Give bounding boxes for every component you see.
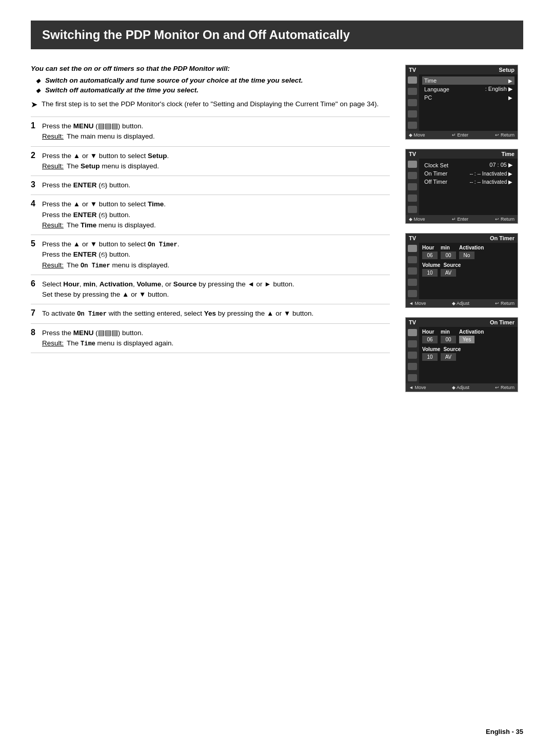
step-content: Press the ▲ or ▼ button to select On Tim… [42, 235, 390, 275]
sidebar-icon-4 [408, 363, 417, 370]
screen-ontimer-no: TV On Timer Hour min [405, 233, 518, 308]
footer-return: ↩ Return [495, 132, 515, 138]
activation-val-yes: Yes [459, 336, 474, 343]
note-text: The first step is to set the PDP Monitor… [42, 100, 379, 108]
step-content: To activate On Timer with the setting en… [42, 304, 390, 323]
timer-header-row-3: Hour min Activation [422, 329, 515, 335]
screen-header-4: TV On Timer [406, 318, 518, 327]
sidebar-icon-5 [408, 290, 417, 297]
timer-header-row-1: Hour min Activation [422, 245, 515, 250]
sidebar-icon-1 [408, 76, 417, 84]
col-activation-label: Activation [459, 245, 484, 250]
table-row: 7 To activate On Timer with the setting … [31, 304, 390, 323]
hour-val: 06 [422, 251, 438, 259]
footer-enter: ↵ Enter [452, 217, 468, 222]
bullet-item-2: Switch off automatically at the time you… [36, 86, 390, 94]
step-number: 5 [31, 235, 42, 275]
step-content: Press the MENU (▤▤▤) button. Result:The … [42, 323, 390, 353]
page-footer: English - 35 [486, 728, 523, 735]
menu-label: On Timer [424, 170, 447, 177]
timer-val-row-1: 06 00 No [422, 251, 515, 259]
tv-label: TV [409, 235, 416, 241]
col-hour-label: Hour [422, 329, 438, 335]
screen-header-3: TV On Timer [406, 234, 518, 243]
screen-main-1: Time ▶ Language : English ▶ PC ▶ [419, 74, 518, 131]
step-content: Press the ▲ or ▼ button to select Setup.… [42, 146, 390, 176]
screen-main-3: Hour min Activation 06 00 No Volume Sour… [419, 243, 518, 299]
col-source-label: Source [443, 346, 461, 352]
source-val: AV [441, 353, 456, 361]
screen-footer-1: ◆ Move ↵ Enter ↩ Return [406, 131, 518, 139]
screen-sidebar-3 [406, 243, 419, 299]
footer-return: ↩ Return [495, 301, 515, 306]
screen-header-1: TV Setup [406, 65, 518, 74]
col-volume-label: Volume [422, 262, 440, 268]
sidebar-icon-3 [408, 183, 417, 190]
screen-body-1: Time ▶ Language : English ▶ PC ▶ [406, 74, 518, 131]
screen-footer-3: ◄ Move ◆ Adjust ↩ Return [406, 299, 518, 307]
col-volume-label: Volume [422, 346, 440, 352]
page-title: Switching the PDP Monitor On and Off Aut… [31, 21, 523, 49]
sidebar-icon-4 [408, 195, 417, 202]
step-number: 8 [31, 323, 42, 353]
arrow-right-icon: ▶ [508, 95, 512, 101]
menu-value: 07 : 05 ▶ [489, 162, 512, 168]
step-number: 6 [31, 275, 42, 304]
screen-body-4: Hour min Activation 06 00 Yes Volume Sou… [406, 327, 518, 383]
sidebar-icon-2 [408, 340, 417, 347]
sidebar-icon-5 [408, 374, 417, 381]
panel-title-time: Time [502, 151, 515, 157]
col-min-label: min [441, 245, 456, 250]
col-source-label: Source [443, 262, 461, 268]
step-number: 3 [31, 176, 42, 195]
screen-body-3: Hour min Activation 06 00 No Volume Sour… [406, 243, 518, 299]
step-content: Select Hour, min, Activation, Volume, or… [42, 275, 390, 304]
col-hour-label: Hour [422, 245, 438, 250]
screen-footer-4: ◄ Move ◆ Adjust ↩ Return [406, 383, 518, 392]
min-val: 00 [441, 251, 456, 259]
menu-value: : English ▶ [485, 86, 512, 92]
sidebar-icon-2 [408, 172, 417, 179]
arrow-note: ➤ The first step is to set the PDP Monit… [31, 100, 390, 109]
col-min-label: min [441, 329, 456, 335]
screen-main-2: Clock Set 07 : 05 ▶ On Timer -- : -- Ina… [419, 159, 518, 215]
table-row: 4 Press the ▲ or ▼ button to select Time… [31, 195, 390, 235]
menu-value: -- : -- Inactivated ▶ [469, 179, 512, 185]
menu-value: -- : -- Inactivated ▶ [469, 171, 512, 177]
sidebar-icon-3 [408, 352, 417, 359]
footer-move: ◆ Move [409, 132, 425, 138]
footer-adjust: ◆ Adjust [452, 301, 469, 306]
step-content: Press the ▲ or ▼ button to select Time. … [42, 195, 390, 235]
footer-adjust: ◆ Adjust [452, 385, 469, 390]
screen-ontimer-yes: TV On Timer Hour min [405, 317, 518, 392]
timer-val-row-4: 10 AV [422, 353, 515, 361]
sidebar-icon-1 [408, 329, 417, 336]
step-number: 4 [31, 195, 42, 235]
arrow-icon: ➤ [31, 100, 37, 109]
volume-val: 10 [422, 269, 438, 277]
menu-label: PC [424, 94, 432, 101]
screen-time: TV Time Clock Set 07 : 05 ▶ [405, 149, 518, 224]
tv-label: TV [409, 67, 416, 73]
footer-return: ↩ Return [495, 217, 515, 222]
sidebar-icon-2 [408, 88, 417, 95]
activation-val: No [459, 251, 474, 259]
intro-bold: You can set the on or off timers so that… [31, 65, 390, 72]
content-wrapper: You can set the on or off timers so that… [31, 65, 523, 392]
sidebar-icon-2 [408, 256, 417, 263]
table-row: 2 Press the ▲ or ▼ button to select Setu… [31, 146, 390, 176]
menu-label: Clock Set [424, 162, 448, 168]
col-activation-label: Activation [459, 329, 484, 335]
volume-val: 10 [422, 353, 438, 361]
menu-item-clockset: Clock Set 07 : 05 ▶ [422, 161, 515, 169]
sidebar-icon-3 [408, 99, 417, 106]
screen-sidebar-2 [406, 159, 419, 215]
panel-title-ontimer: On Timer [490, 235, 515, 241]
screen-footer-2: ◆ Move ↵ Enter ↩ Return [406, 215, 518, 223]
left-column: You can set the on or off timers so that… [31, 65, 390, 392]
source-val: AV [441, 269, 456, 277]
bullet-list: Switch on automatically and tune source … [36, 76, 390, 94]
step-number: 7 [31, 304, 42, 323]
table-row: 5 Press the ▲ or ▼ button to select On T… [31, 235, 390, 275]
menu-item-time: Time ▶ [422, 76, 515, 85]
